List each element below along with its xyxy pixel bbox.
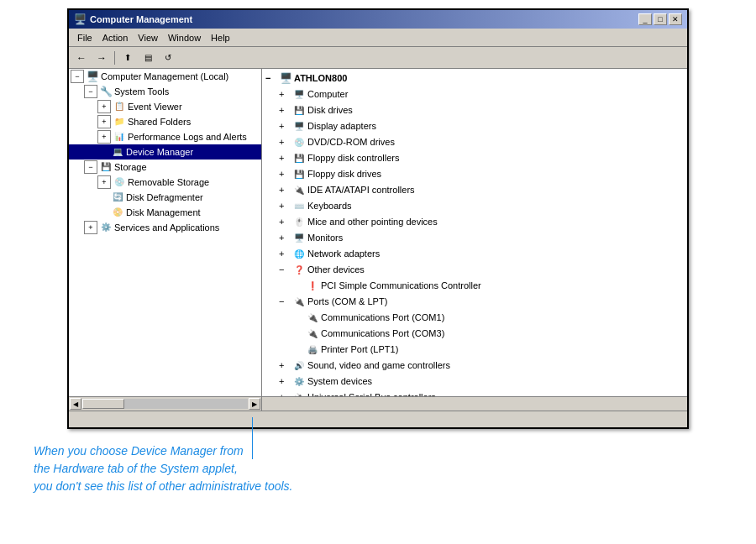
refresh-button[interactable]: ↺	[159, 50, 177, 66]
sound-expander[interactable]: +	[279, 358, 292, 373]
perf-logs-icon: 📊	[113, 130, 126, 144]
tree-node-perf-logs[interactable]: + 📊 Performance Logs and Alerts	[69, 129, 261, 144]
tree-node-disk-defrag[interactable]: 🔄 Disk Defragmenter	[69, 190, 261, 205]
right-node-floppy-drives[interactable]: + 💾 Floppy disk drives	[262, 166, 687, 182]
network-label: Network adapters	[307, 247, 380, 261]
right-node-usb[interactable]: + 🔌 Universal Serial Bus controllers	[262, 390, 687, 396]
monitors-expander[interactable]: +	[279, 231, 292, 245]
right-node-network[interactable]: + 🌐 Network adapters	[262, 246, 687, 262]
up-button[interactable]: ⬆	[118, 50, 137, 66]
tree-node-storage[interactable]: − 💾 Storage	[69, 160, 261, 175]
system-tools-label: System Tools	[114, 85, 169, 98]
back-button[interactable]: ←	[72, 50, 91, 66]
disk-drives-expander[interactable]: +	[279, 103, 292, 118]
right-node-keyboards[interactable]: + ⌨️ Keyboards	[262, 198, 687, 214]
title-bar-buttons: _ □ ✕	[638, 13, 682, 25]
right-node-dvd[interactable]: + 💿 DVD/CD-ROM drives	[262, 134, 687, 150]
right-node-computer[interactable]: + 🖥️ Computer	[262, 86, 687, 102]
right-node-athlon[interactable]: − 🖥️ ATHLON800	[262, 71, 687, 86]
expander-services[interactable]: +	[84, 221, 97, 234]
sound-label: Sound, video and game controllers	[307, 358, 450, 373]
right-node-ports[interactable]: − 🔌 Ports (COM & LPT)	[262, 294, 687, 310]
right-node-disk-drives[interactable]: + 💾 Disk drives	[262, 102, 687, 118]
dvd-icon: 💿	[292, 136, 306, 149]
caption: When you choose Device Manager from the …	[8, 442, 748, 495]
maximize-button[interactable]: □	[654, 13, 667, 25]
minimize-button[interactable]: _	[638, 13, 652, 25]
tree-node-root[interactable]: − 🖥️ Computer Management (Local)	[69, 69, 261, 84]
right-node-pci[interactable]: ❗ PCI Simple Communications Controller	[262, 278, 687, 294]
display-label: Display adapters	[307, 119, 376, 133]
h-scrollthumb[interactable]	[82, 399, 124, 409]
right-node-ide[interactable]: + 🔌 IDE ATA/ATAPI controllers	[262, 182, 687, 198]
right-node-com1[interactable]: 🔌 Communications Port (COM1)	[262, 310, 687, 326]
right-node-lpt1[interactable]: 🖨️ Printer Port (LPT1)	[262, 342, 687, 358]
right-node-sound[interactable]: + 🔊 Sound, video and game controllers	[262, 358, 687, 374]
scroll-left-btn[interactable]: ◀	[70, 398, 81, 410]
tree-node-device-manager[interactable]: 💻 Device Manager	[69, 144, 261, 160]
right-node-system-devices[interactable]: + ⚙️ System devices	[262, 374, 687, 390]
menu-view[interactable]: View	[133, 31, 163, 44]
menu-file[interactable]: File	[72, 31, 97, 44]
expander-perf-logs[interactable]: +	[97, 130, 111, 144]
keyboards-expander[interactable]: +	[279, 199, 292, 213]
expander-system-tools[interactable]: −	[84, 85, 97, 98]
expander-storage[interactable]: −	[84, 160, 97, 174]
usb-label: Universal Serial Bus controllers	[307, 390, 436, 396]
lpt1-label: Printer Port (LPT1)	[321, 343, 398, 357]
right-node-other[interactable]: − ❓ Other devices	[262, 262, 687, 278]
title-bar: 🖥️ Computer Management _ □ ✕	[69, 10, 687, 29]
right-node-monitors[interactable]: + 🖥️ Monitors	[262, 230, 687, 246]
tree-node-services[interactable]: + ⚙️ Services and Applications	[69, 220, 261, 235]
expander-removable-storage[interactable]: +	[97, 175, 111, 189]
sound-icon: 🔊	[292, 359, 306, 373]
pci-label: PCI Simple Communications Controller	[321, 279, 481, 293]
pci-icon: ❗	[306, 280, 319, 293]
tree-node-shared-folders[interactable]: + 📁 Shared Folders	[69, 114, 261, 129]
ports-expander[interactable]: −	[279, 295, 292, 309]
forward-button[interactable]: →	[92, 50, 111, 66]
services-icon: ⚙️	[99, 221, 113, 234]
view-button[interactable]: ▤	[139, 50, 157, 66]
com1-label: Communications Port (COM1)	[321, 311, 444, 325]
network-expander[interactable]: +	[279, 247, 292, 261]
ide-expander[interactable]: +	[279, 183, 292, 197]
expander-shared-folders[interactable]: +	[97, 115, 111, 128]
keyboards-label: Keyboards	[307, 199, 352, 213]
menu-window[interactable]: Window	[163, 31, 206, 44]
left-scrollbar[interactable]: ◀ ▶	[69, 397, 262, 411]
expander-root[interactable]: −	[71, 70, 84, 83]
tree-node-system-tools[interactable]: − 🔧 System Tools	[69, 84, 261, 99]
floppy-ctrl-expander[interactable]: +	[279, 151, 292, 165]
scroll-right-btn[interactable]: ▶	[249, 398, 260, 410]
device-manager-icon: 💻	[111, 145, 124, 159]
right-pane: − 🖥️ ATHLON800 + 🖥️ Computer + 💾 Disk dr…	[262, 69, 687, 396]
menu-action[interactable]: Action	[97, 31, 134, 44]
other-expander[interactable]: −	[279, 263, 292, 277]
tree-node-event-viewer[interactable]: + 📋 Event Viewer	[69, 99, 261, 114]
close-button[interactable]: ✕	[669, 13, 682, 25]
right-node-mice[interactable]: + 🖱️ Mice and other pointing devices	[262, 214, 687, 230]
computer-expander[interactable]: +	[279, 87, 292, 102]
right-node-display[interactable]: + 🖥️ Display adapters	[262, 118, 687, 134]
event-viewer-label: Event Viewer	[128, 100, 182, 113]
tree-node-disk-mgmt[interactable]: 📀 Disk Management	[69, 205, 261, 220]
storage-label: Storage	[114, 160, 147, 174]
athlon-expander[interactable]: −	[265, 71, 279, 86]
dvd-expander[interactable]: +	[279, 135, 292, 149]
right-node-floppy-ctrl[interactable]: + 💾 Floppy disk controllers	[262, 150, 687, 166]
floppy-drives-expander[interactable]: +	[279, 167, 292, 181]
display-expander[interactable]: +	[279, 119, 292, 133]
mice-expander[interactable]: +	[279, 215, 292, 229]
menu-help[interactable]: Help	[206, 31, 235, 44]
other-icon: ❓	[292, 264, 306, 277]
disk-defrag-label: Disk Defragmenter	[126, 191, 203, 204]
disk-mgmt-label: Disk Management	[126, 206, 201, 219]
usb-expander[interactable]: +	[279, 390, 292, 396]
tree-node-removable-storage[interactable]: + 💿 Removable Storage	[69, 175, 261, 190]
sysdev-expander[interactable]: +	[279, 374, 292, 389]
right-node-com3[interactable]: 🔌 Communications Port (COM3)	[262, 326, 687, 342]
perf-logs-label: Performance Logs and Alerts	[128, 130, 247, 144]
storage-icon: 💾	[99, 160, 113, 174]
expander-event-viewer[interactable]: +	[97, 100, 111, 113]
